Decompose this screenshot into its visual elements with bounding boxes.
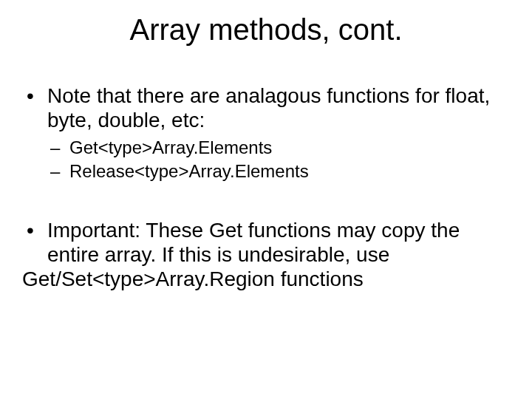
- bullet-text-2: Important: These Get functions may copy …: [47, 219, 460, 266]
- slide-body: Note that there are analagous functions …: [22, 83, 510, 291]
- sub-bullet-list: Get<type>Array.Elements Release<type>Arr…: [47, 137, 510, 183]
- sub-bullet-1: Get<type>Array.Elements: [47, 137, 510, 159]
- sub-bullet-2: Release<type>Array.Elements: [47, 160, 510, 183]
- slide-title: Array methods, cont.: [22, 13, 510, 47]
- bullet-list: Note that there are analagous functions …: [22, 83, 510, 183]
- bullet-text-2-cont: Get/Set<type>Array.Region functions: [22, 267, 510, 291]
- spacer: [22, 187, 510, 218]
- bullet-item-2: Important: These Get functions may copy …: [22, 218, 510, 291]
- slide: Array methods, cont. Note that there are…: [0, 0, 532, 399]
- bullet-text-1: Note that there are analagous functions …: [47, 84, 490, 132]
- bullet-item-1: Note that there are analagous functions …: [22, 83, 510, 183]
- bullet-list-2: Important: These Get functions may copy …: [22, 218, 510, 291]
